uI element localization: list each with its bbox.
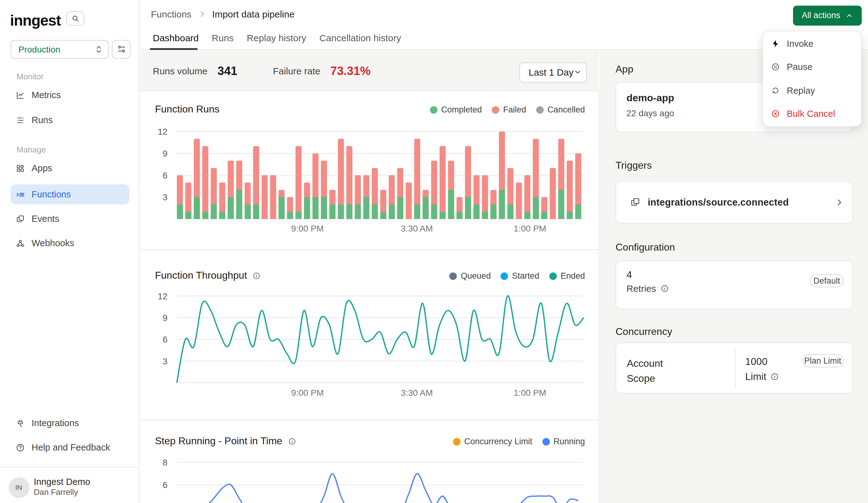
- svg-text:9: 9: [163, 313, 167, 323]
- svg-text:6: 6: [163, 480, 167, 490]
- svg-text:3:30 AM: 3:30 AM: [401, 388, 433, 398]
- svg-text:6: 6: [163, 335, 167, 344]
- svg-text:12: 12: [158, 127, 167, 136]
- svg-text:8: 8: [163, 458, 167, 468]
- svg-text:9:00 PM: 9:00 PM: [291, 224, 324, 233]
- svg-text:3: 3: [163, 193, 167, 202]
- svg-text:1:00 PM: 1:00 PM: [514, 224, 546, 233]
- svg-text:1:00 PM: 1:00 PM: [514, 388, 546, 398]
- svg-text:9: 9: [163, 149, 167, 158]
- svg-text:3: 3: [163, 357, 167, 366]
- svg-text:9:00 PM: 9:00 PM: [291, 388, 324, 398]
- svg-text:12: 12: [158, 291, 167, 301]
- svg-text:3:30 AM: 3:30 AM: [401, 224, 433, 233]
- svg-text:6: 6: [163, 171, 167, 180]
